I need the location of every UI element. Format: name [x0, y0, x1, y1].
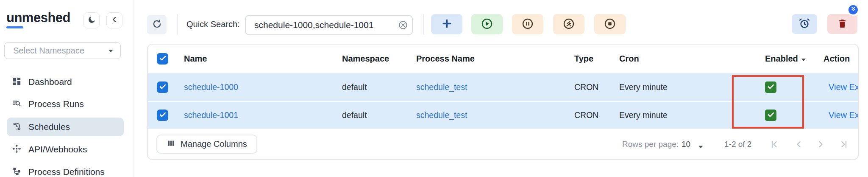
- refresh-button[interactable]: [147, 15, 167, 34]
- alarm-clock-icon: [798, 17, 810, 31]
- play-circle-icon: [481, 18, 493, 31]
- toolbar-divider: [423, 14, 424, 34]
- check-icon: [159, 54, 167, 64]
- view-executions-link[interactable]: View Executions: [823, 110, 859, 120]
- next-page-icon[interactable]: [815, 139, 826, 150]
- column-header-cron: Cron: [619, 54, 765, 64]
- column-header-name: Name: [184, 54, 342, 64]
- sidebar: unmeshed Select Namespace Dashboard: [0, 0, 134, 177]
- sidebar-item-process-definitions[interactable]: Process Definitions: [7, 163, 124, 177]
- clear-search-icon[interactable]: [398, 20, 408, 30]
- schedule-name-link[interactable]: schedule-1000: [184, 82, 342, 92]
- move-arrows-icon: [12, 144, 22, 155]
- rows-per-page-value[interactable]: 10: [682, 140, 690, 149]
- column-header-enabled[interactable]: Enabled: [765, 54, 823, 64]
- cron-cell: Every minute: [619, 82, 765, 92]
- enabled-checkbox[interactable]: [765, 110, 776, 121]
- select-all-checkbox[interactable]: [157, 53, 168, 65]
- cron-cell: Every minute: [619, 110, 765, 120]
- namespace-placeholder: Select Namespace: [13, 46, 108, 56]
- first-page-icon[interactable]: [769, 139, 780, 150]
- quick-search-label: Quick Search:: [186, 20, 240, 29]
- sidebar-item-label: Process Runs: [28, 99, 84, 109]
- workflow-tree-icon: [12, 166, 22, 177]
- sidebar-item-label: Schedules: [28, 122, 70, 132]
- check-icon: [159, 82, 167, 93]
- pause-circle-icon: [522, 18, 534, 31]
- sidebar-item-label: Dashboard: [28, 77, 72, 87]
- sidebar-item-label: Process Definitions: [28, 167, 105, 177]
- add-schedule-button[interactable]: [431, 14, 462, 34]
- chevron-left-icon: [110, 15, 119, 25]
- search-list-icon: [12, 98, 22, 110]
- schedule-timer-button[interactable]: [792, 14, 817, 34]
- schedules-table-card: Name Namespace Process Name Type Cron En…: [147, 44, 859, 160]
- stop-schedules-button[interactable]: [594, 14, 626, 34]
- sidebar-item-process-runs[interactable]: Process Runs: [7, 95, 124, 113]
- rows-per-page-label: Rows per page:: [622, 140, 679, 149]
- history-gear-icon: [12, 121, 22, 133]
- app-logo: unmeshed: [6, 10, 70, 25]
- moon-icon: [87, 15, 96, 26]
- table-row: schedule-1000 default schedule_test CRON…: [148, 73, 858, 101]
- pause-schedules-button[interactable]: [512, 14, 543, 34]
- columns-icon: [167, 139, 175, 150]
- resume-runner-icon: [563, 18, 575, 31]
- schedule-name-link[interactable]: schedule-1001: [184, 110, 342, 120]
- trash-icon: [837, 18, 848, 30]
- sidebar-collapse-button[interactable]: [106, 12, 122, 28]
- namespace-cell: default: [342, 82, 416, 92]
- column-header-type: Type: [574, 54, 619, 64]
- schedules-page: unmeshed Select Namespace Dashboard: [0, 0, 868, 177]
- column-header-action: Action: [823, 54, 858, 64]
- column-header-namespace: Namespace: [342, 54, 416, 64]
- enabled-checkbox[interactable]: [765, 81, 776, 93]
- sidebar-item-dashboard[interactable]: Dashboard: [7, 73, 124, 91]
- table-header-row: Name Namespace Process Name Type Cron En…: [148, 45, 858, 73]
- sidebar-item-api-webhooks[interactable]: API/Webhooks: [7, 140, 124, 159]
- sidebar-item-schedules[interactable]: Schedules: [7, 118, 124, 136]
- column-header-enabled-label: Enabled: [765, 54, 798, 64]
- type-cell: CRON: [574, 110, 619, 120]
- row-select-checkbox[interactable]: [157, 110, 168, 121]
- check-icon: [159, 110, 167, 121]
- check-icon: [767, 110, 775, 121]
- process-name-link[interactable]: schedule_test: [416, 110, 574, 120]
- logo-underline: [6, 26, 23, 28]
- namespace-cell: default: [342, 110, 416, 120]
- dark-mode-toggle-button[interactable]: [83, 12, 100, 28]
- namespace-select[interactable]: Select Namespace: [4, 42, 121, 59]
- column-header-process-name: Process Name: [416, 54, 574, 64]
- manage-columns-label: Manage Columns: [181, 139, 247, 149]
- view-executions-link[interactable]: View Executions: [823, 82, 859, 92]
- stop-circle-icon: [604, 18, 616, 31]
- quick-search-input[interactable]: [245, 15, 413, 35]
- caret-down-icon: [108, 47, 114, 55]
- process-name-link[interactable]: schedule_test: [416, 82, 574, 92]
- toolbar-divider: [177, 14, 178, 34]
- sort-caret-down-icon: [801, 54, 806, 64]
- quick-search-field: [245, 15, 413, 35]
- type-cell: CRON: [574, 82, 619, 92]
- double-chevron-down-icon: [850, 6, 857, 14]
- plus-icon: [441, 18, 453, 31]
- check-icon: [767, 82, 775, 93]
- row-select-checkbox[interactable]: [157, 81, 168, 93]
- last-page-icon[interactable]: [838, 139, 849, 150]
- run-now-button[interactable]: [553, 14, 584, 34]
- manage-columns-button[interactable]: Manage Columns: [156, 135, 257, 154]
- sidebar-item-label: API/Webhooks: [28, 144, 87, 155]
- previous-page-icon[interactable]: [793, 139, 804, 150]
- dashboard-grid-icon: [12, 76, 22, 88]
- enable-schedules-button[interactable]: [471, 14, 503, 34]
- rows-per-page-caret-icon[interactable]: [698, 143, 704, 151]
- table-row: schedule-1001 default schedule_test CRON…: [148, 101, 858, 129]
- table-footer: Manage Columns Rows per page: 10 1-2 of …: [148, 129, 858, 160]
- pagination-range-label: 1-2 of 2: [724, 140, 751, 149]
- scroll-down-badge[interactable]: [847, 4, 859, 16]
- delete-schedules-button[interactable]: [827, 14, 857, 34]
- refresh-icon: [152, 19, 162, 31]
